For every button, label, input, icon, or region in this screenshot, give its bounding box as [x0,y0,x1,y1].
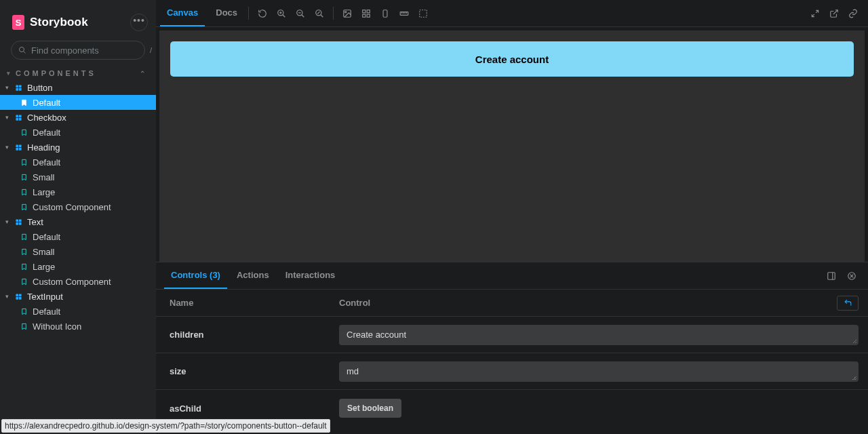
story-icon [19,189,28,196]
addon-tab-actions[interactable]: Actions [230,262,276,289]
component-icon [14,84,23,92]
tree-folder-textinput[interactable]: ▾ TextInput [0,289,156,304]
svg-rect-16 [16,222,18,224]
tree-folder-checkbox[interactable]: ▾ Checkbox [0,110,156,125]
tree-story-text-default[interactable]: Default [0,229,156,244]
svg-rect-18 [16,294,18,296]
tree-story-text-custom[interactable]: Custom Component [0,274,156,289]
story-icon [19,159,28,166]
zoom-out-icon[interactable] [291,0,310,27]
tree-story-heading-small[interactable]: Small [0,170,156,184]
tree-story-heading-large[interactable]: Large [0,184,156,199]
fullscreen-icon[interactable] [806,0,825,27]
addon-tab-controls[interactable]: Controls (3) [164,262,227,289]
chevron-down-icon: ▾ [5,293,12,300]
control-input-children[interactable] [339,325,859,345]
zoom-in-icon[interactable] [272,0,291,27]
tab-canvas[interactable]: Canvas [160,0,205,26]
zoom-reset-icon[interactable] [310,0,329,27]
search-input[interactable] [31,45,145,56]
status-bar-url: https://alexandrecpedro.github.io/design… [1,419,330,433]
svg-rect-9 [18,117,21,120]
svg-point-0 [20,47,24,52]
svg-line-30 [321,14,323,17]
toolbar: Canvas Docs [156,0,868,27]
svg-rect-5 [18,87,21,90]
tree-folder-heading[interactable]: ▾ Heading [0,140,156,155]
tab-docs[interactable]: Docs [209,0,244,26]
search-shortcut: / [150,46,152,54]
story-icon [19,129,28,136]
panel-position-icon[interactable] [822,262,841,290]
component-icon [14,293,23,300]
svg-line-27 [302,14,304,17]
addon-tab-interactions[interactable]: Interactions [279,262,342,289]
story-icon [19,174,28,181]
story-icon [19,308,28,315]
chevron-down-icon: ▾ [5,114,12,121]
control-row-size: size [156,353,868,390]
svg-rect-33 [363,9,366,12]
tree-story-textinput-withouticon[interactable]: Without Icon [0,319,156,334]
story-icon [19,278,28,285]
tree-story-checkbox-default[interactable]: Default [0,125,156,140]
canvas: Create account [159,31,865,262]
chevron-down-icon: ▾ [5,218,12,225]
svg-rect-35 [363,14,366,17]
story-icon [19,203,28,211]
measure-icon[interactable] [395,0,414,27]
main: Canvas Docs Create account Controls (3 [156,0,868,434]
svg-point-32 [345,11,347,12]
undo-icon [844,298,852,307]
sidebar-menu-button[interactable]: ••• [130,14,148,31]
set-boolean-button[interactable]: Set boolean [339,399,401,418]
svg-rect-10 [16,144,18,147]
sidebar-header: S Storybook ••• [0,0,156,35]
tree-story-button-default[interactable]: Default [0,95,156,110]
control-name: size [165,366,339,376]
tree-folder-button[interactable]: ▾ Button [0,80,156,95]
grid-icon[interactable] [357,0,376,27]
search-input-wrap[interactable]: / [11,41,145,60]
section-components[interactable]: ▾ COMPONENTS ⌃ [0,65,156,80]
svg-rect-7 [18,115,21,117]
outline-icon[interactable] [414,0,433,27]
separator [333,7,334,20]
viewport-small-icon[interactable] [376,0,395,27]
close-panel-icon[interactable] [842,262,861,290]
reset-controls-button[interactable] [837,296,859,311]
storybook-logo-icon: S [12,15,24,30]
svg-rect-6 [16,115,18,117]
preview-button[interactable]: Create account [170,41,854,77]
chevron-down-icon: ▾ [5,144,12,151]
addon-tabs: Controls (3) Actions Interactions [156,262,868,290]
tree-story-heading-default[interactable]: Default [0,155,156,170]
addons-panel: Controls (3) Actions Interactions Name C… [156,262,868,434]
open-new-tab-icon[interactable] [825,0,844,27]
component-icon [14,114,23,121]
remount-icon[interactable] [253,0,272,27]
tree-story-textinput-default[interactable]: Default [0,304,156,319]
component-icon [14,218,23,226]
col-name: Name [165,298,339,308]
svg-rect-13 [18,147,21,150]
story-icon [19,263,28,271]
col-control: Control [339,298,837,308]
svg-rect-37 [383,9,387,17]
control-name: asChild [165,403,339,414]
tree-folder-text[interactable]: ▾ Text [0,214,156,229]
tree-story-text-large[interactable]: Large [0,259,156,274]
copy-link-icon[interactable] [844,0,863,27]
control-input-size[interactable] [339,361,859,382]
svg-rect-3 [18,85,21,87]
background-icon[interactable] [338,0,357,27]
separator [248,7,249,20]
svg-line-1 [24,52,26,54]
collapse-icon[interactable]: ⌃ [140,70,148,77]
tree-story-heading-custom[interactable]: Custom Component [0,199,156,214]
control-row-children: children [156,317,868,353]
svg-rect-15 [18,219,21,222]
story-icon [19,248,28,256]
svg-rect-21 [18,296,21,299]
tree-story-text-small[interactable]: Small [0,244,156,259]
